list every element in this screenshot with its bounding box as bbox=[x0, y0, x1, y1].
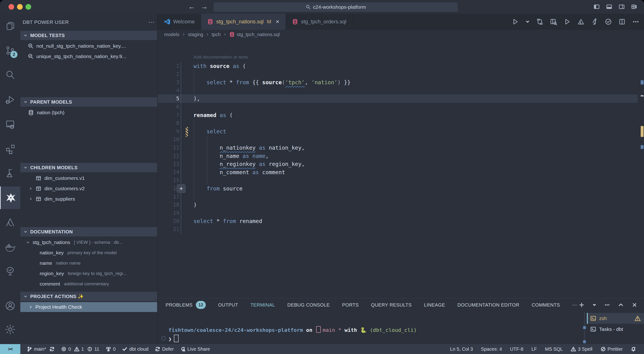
sash-handle[interactable] bbox=[583, 326, 586, 329]
sash-handle[interactable] bbox=[583, 340, 586, 343]
activity-item-account[interactable] bbox=[0, 295, 20, 317]
doc-column-row[interactable]: nation_keyprimary key of the model bbox=[20, 248, 157, 258]
add-button[interactable]: + bbox=[177, 184, 186, 193]
line-number: 5 bbox=[158, 95, 179, 103]
activity-item-extensions[interactable] bbox=[0, 137, 20, 160]
panel-tab-terminal[interactable]: TERMINAL bbox=[250, 302, 275, 308]
new-terminal-icon[interactable] bbox=[579, 302, 584, 308]
sidebar-more-actions-icon[interactable]: ⋯ bbox=[148, 19, 155, 26]
panel-tab-problems[interactable]: PROBLEMS12 bbox=[166, 301, 206, 309]
navigate-forward-icon[interactable]: → bbox=[201, 3, 208, 10]
compare-arrows-icon[interactable] bbox=[536, 18, 543, 25]
status-item-live-share[interactable]: Live Share bbox=[180, 347, 210, 352]
status-item-prettier[interactable]: Prettier bbox=[600, 347, 623, 352]
chevron-down-icon[interactable] bbox=[592, 303, 596, 307]
status-item-ln-5-col-3[interactable]: Ln 5, Col 3 bbox=[450, 347, 473, 352]
status-item-bell-icon[interactable] bbox=[631, 347, 636, 352]
terminal-instance-tasks-dbt[interactable]: Tasks - dbt bbox=[587, 324, 644, 335]
status-item-spaces-4[interactable]: Spaces: 4 bbox=[481, 347, 502, 352]
remote-indicator[interactable]: >< bbox=[0, 344, 20, 354]
section-header-documentation[interactable]: DOCUMENTATION bbox=[20, 227, 157, 237]
close-panel-icon[interactable] bbox=[632, 302, 638, 308]
panel-tab-output[interactable]: OUTPUT bbox=[218, 302, 238, 308]
activity-item-tree-check[interactable] bbox=[0, 260, 20, 283]
preview-search-icon[interactable] bbox=[550, 18, 557, 25]
panel-tab-documentation-editor[interactable]: DOCUMENTATION EDITOR bbox=[457, 302, 519, 308]
test-search-icon bbox=[28, 43, 34, 49]
child-model-item[interactable]: dim_suppliers bbox=[20, 194, 157, 204]
terminal-instance-zsh[interactable]: zsh bbox=[587, 313, 644, 324]
test-check-icon[interactable] bbox=[605, 18, 612, 25]
terminal-command-decoration bbox=[161, 336, 166, 341]
dbt-docs-icon[interactable] bbox=[578, 18, 584, 25]
doc-column-row[interactable]: namenation name bbox=[20, 258, 157, 268]
terminal-prompt[interactable]: ❯ bbox=[168, 335, 178, 342]
activity-item-remote-explorer[interactable] bbox=[0, 113, 20, 135]
overview-ruler-marker bbox=[641, 126, 644, 137]
model-test-item[interactable]: unique_stg_tpch_nations_nation_key.9... bbox=[20, 51, 157, 61]
chevron-down-icon[interactable] bbox=[526, 19, 530, 24]
panel-tab-ports[interactable]: PORTS bbox=[342, 302, 359, 308]
status-item-0[interactable]: 0 bbox=[106, 347, 116, 352]
section-header-children-models[interactable]: CHILDREN MODELS bbox=[20, 163, 157, 172]
panel-tab-comments[interactable]: COMMENTS bbox=[532, 302, 560, 308]
modified-indicator: M bbox=[267, 19, 271, 25]
doc-model-row[interactable]: stg_tpch_nations [ VIEW ] - schema : db.… bbox=[20, 237, 157, 247]
activity-item-docker[interactable] bbox=[0, 236, 20, 258]
status-item-3-spell[interactable]: 3 Spell bbox=[571, 347, 592, 352]
child-model-item[interactable]: dim_customers.v2 bbox=[20, 184, 157, 194]
doc-column-row[interactable]: commentadditional commentary bbox=[20, 279, 157, 289]
activity-item-run-debug[interactable] bbox=[0, 88, 20, 111]
window-close-button[interactable] bbox=[8, 4, 14, 10]
play-icon[interactable] bbox=[564, 18, 571, 25]
child-model-item[interactable]: dim_customers.v1 bbox=[20, 173, 157, 183]
split-editor-icon[interactable] bbox=[618, 18, 626, 25]
tab-stg-tpch-orders-sql[interactable]: stg_tpch_orders.sql bbox=[286, 14, 353, 30]
status-item-ms-sql[interactable]: MS SQL bbox=[545, 347, 563, 352]
close-icon[interactable]: ✕ bbox=[276, 19, 280, 24]
navigate-back-icon[interactable]: ← bbox=[188, 3, 195, 10]
status-item-dbt-cloud[interactable]: dbt cloud bbox=[122, 347, 148, 352]
tab-stg-tpch-nations-sql[interactable]: stg_tpch_nations.sqlM✕ bbox=[201, 14, 286, 30]
tab-welcome[interactable]: Welcome bbox=[158, 14, 201, 30]
status-item-0[interactable]: 0111 bbox=[61, 347, 99, 352]
panel-tab-query-results[interactable]: QUERY RESULTS bbox=[371, 302, 412, 308]
git-modified-gutter-marker bbox=[186, 127, 188, 137]
window-zoom-button[interactable] bbox=[26, 4, 31, 10]
panel-tab-debug-console[interactable]: DEBUG CONSOLE bbox=[287, 302, 330, 308]
section-header-project-actions[interactable]: PROJECT ACTIONS ✨ bbox=[20, 292, 157, 301]
toggle-panel-icon[interactable] bbox=[606, 3, 612, 10]
panel-tab--[interactable]: ⋯ bbox=[572, 302, 577, 308]
status-item-utf-8[interactable]: UTF-8 bbox=[510, 347, 524, 352]
window-minimize-button[interactable] bbox=[17, 4, 23, 10]
run-model-icon[interactable] bbox=[591, 18, 598, 25]
more-actions-icon[interactable] bbox=[632, 18, 639, 25]
current-line-highlight bbox=[158, 94, 638, 103]
activity-item-settings-gear[interactable] bbox=[0, 318, 20, 341]
breadcrumb-file[interactable]: stg_tpch_nations.sql bbox=[229, 32, 280, 37]
panel-tab-lineage[interactable]: LINEAGE bbox=[424, 302, 445, 308]
more-actions-icon[interactable] bbox=[604, 302, 610, 308]
toggle-sidebar-icon[interactable] bbox=[594, 3, 600, 10]
status-item-lf[interactable]: LF bbox=[531, 347, 537, 352]
doc-column-row[interactable]: region_keyforeign key to stg_tpch_regi..… bbox=[20, 269, 157, 279]
activity-item-altimate-a[interactable] bbox=[0, 211, 20, 234]
section-header-parent-models[interactable]: PARENT MODELS bbox=[20, 97, 157, 107]
command-center-search[interactable]: c24-workshops-platform bbox=[213, 2, 458, 12]
parent-model-item[interactable]: nation (tpch) bbox=[20, 108, 157, 117]
model-test-item[interactable]: not_null_stg_tpch_nations_nation_key.... bbox=[20, 41, 157, 51]
activity-item-source-control[interactable]: 2 bbox=[0, 39, 20, 62]
customize-layout-icon[interactable] bbox=[631, 3, 638, 10]
project-health-check-item[interactable]: Project Health Check bbox=[20, 302, 157, 312]
status-item-main-[interactable]: main* bbox=[27, 347, 54, 352]
status-item-defer[interactable]: Defer bbox=[155, 347, 174, 352]
activity-item-testing-beaker[interactable] bbox=[0, 162, 20, 185]
activity-item-files[interactable] bbox=[0, 15, 20, 37]
run-play-icon[interactable] bbox=[512, 18, 519, 25]
activity-item-dbt-power-user[interactable] bbox=[0, 186, 21, 209]
toggle-secondary-sidebar-icon[interactable] bbox=[618, 3, 625, 10]
codelens-add-documentation[interactable]: Add documentation or tests bbox=[194, 54, 248, 60]
activity-item-search[interactable] bbox=[0, 64, 20, 86]
maximize-panel-icon[interactable] bbox=[618, 302, 624, 308]
section-header-model-tests[interactable]: MODEL TESTS bbox=[20, 31, 157, 40]
